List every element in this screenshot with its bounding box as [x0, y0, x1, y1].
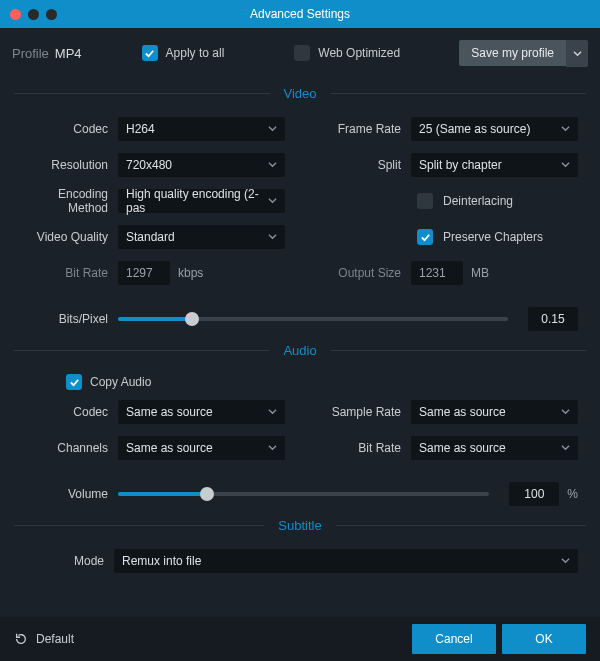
- slider-fill: [118, 492, 207, 496]
- chevron-down-icon: [561, 443, 570, 452]
- chevron-down-icon: [268, 443, 277, 452]
- audio-grid: Codec Same as source Channels Same as so…: [0, 400, 600, 472]
- web-optimized-label: Web Optimized: [318, 46, 400, 60]
- video-quality-select[interactable]: Standard: [118, 225, 285, 249]
- checkbox-unchecked-icon: [417, 193, 433, 209]
- volume-value[interactable]: 100: [509, 482, 559, 506]
- chevron-down-icon: [268, 407, 277, 416]
- slider-fill: [118, 317, 192, 321]
- checkbox-checked-icon: [417, 229, 433, 245]
- chevron-down-icon: [573, 49, 582, 58]
- channels-label: Channels: [22, 441, 118, 455]
- deinterlacing-label: Deinterlacing: [443, 194, 513, 208]
- framerate-label: Frame Rate: [315, 122, 411, 136]
- ok-button[interactable]: OK: [502, 624, 586, 654]
- bitrate-unit: kbps: [178, 266, 203, 280]
- titlebar: Advanced Settings: [0, 0, 600, 28]
- volume-slider[interactable]: [118, 484, 489, 504]
- video-section-title: Video: [270, 86, 331, 101]
- footer: Default Cancel OK: [0, 617, 600, 661]
- resolution-select[interactable]: 720x480: [118, 153, 285, 177]
- window-controls: [10, 9, 57, 20]
- slider-thumb[interactable]: [200, 487, 214, 501]
- volume-row: Volume 100 %: [0, 472, 600, 510]
- bits-pixel-row: Bits/Pixel 0.15: [0, 297, 600, 335]
- default-label: Default: [36, 632, 74, 646]
- bitrate-label: Bit Rate: [22, 266, 118, 280]
- audio-section-title: Audio: [269, 343, 330, 358]
- audio-codec-select[interactable]: Same as source: [118, 400, 285, 424]
- save-profile-dropdown[interactable]: [566, 40, 588, 67]
- apply-to-all-checkbox[interactable]: Apply to all: [142, 45, 225, 61]
- reset-icon: [14, 632, 28, 646]
- bits-pixel-slider[interactable]: [118, 309, 508, 329]
- encoding-method-select[interactable]: High quality encoding (2-pas: [118, 189, 285, 213]
- profile-value: MP4: [55, 46, 82, 61]
- checkbox-unchecked-icon: [294, 45, 310, 61]
- checkbox-checked-icon: [142, 45, 158, 61]
- audio-section-header: Audio: [0, 343, 600, 358]
- output-size-label: Output Size: [315, 266, 411, 280]
- volume-unit: %: [567, 487, 578, 501]
- chevron-down-icon: [561, 556, 570, 565]
- encoding-method-label: Encoding Method: [22, 187, 118, 215]
- bits-pixel-value[interactable]: 0.15: [528, 307, 578, 331]
- audio-bitrate-select[interactable]: Same as source: [411, 436, 578, 460]
- audio-codec-label: Codec: [22, 405, 118, 419]
- copy-audio-label: Copy Audio: [90, 375, 151, 389]
- save-profile-button[interactable]: Save my profile: [459, 40, 566, 66]
- default-button[interactable]: Default: [14, 632, 74, 646]
- video-section-header: Video: [0, 86, 600, 101]
- output-size-unit: MB: [471, 266, 489, 280]
- split-label: Split: [315, 158, 411, 172]
- window-title: Advanced Settings: [0, 7, 600, 21]
- framerate-select[interactable]: 25 (Same as source): [411, 117, 578, 141]
- chevron-down-icon: [561, 124, 570, 133]
- output-size-input[interactable]: 1231: [411, 261, 463, 285]
- sample-rate-select[interactable]: Same as source: [411, 400, 578, 424]
- subtitle-section-header: Subtitle: [0, 518, 600, 533]
- subtitle-mode-label: Mode: [22, 554, 114, 568]
- resolution-label: Resolution: [22, 158, 118, 172]
- sample-rate-label: Sample Rate: [315, 405, 411, 419]
- checkbox-checked-icon: [66, 374, 82, 390]
- subtitle-section-title: Subtitle: [264, 518, 335, 533]
- video-quality-label: Video Quality: [22, 230, 118, 244]
- audio-bitrate-label: Bit Rate: [315, 441, 411, 455]
- slider-thumb[interactable]: [185, 312, 199, 326]
- web-optimized-checkbox[interactable]: Web Optimized: [294, 45, 400, 61]
- chevron-down-icon: [268, 160, 277, 169]
- video-grid: Codec H264 Resolution 720x480 Encoding M…: [0, 117, 600, 297]
- save-profile-split-button: Save my profile: [459, 40, 588, 67]
- chevron-down-icon: [268, 124, 277, 133]
- minimize-window-button[interactable]: [28, 9, 39, 20]
- chevron-down-icon: [268, 232, 277, 241]
- deinterlacing-checkbox[interactable]: Deinterlacing: [417, 193, 513, 209]
- channels-select[interactable]: Same as source: [118, 436, 285, 460]
- codec-select[interactable]: H264: [118, 117, 285, 141]
- preserve-chapters-checkbox[interactable]: Preserve Chapters: [417, 229, 543, 245]
- volume-label: Volume: [22, 487, 118, 501]
- split-select[interactable]: Split by chapter: [411, 153, 578, 177]
- maximize-window-button[interactable]: [46, 9, 57, 20]
- chevron-down-icon: [561, 160, 570, 169]
- preserve-chapters-label: Preserve Chapters: [443, 230, 543, 244]
- subtitle-mode-select[interactable]: Remux into file: [114, 549, 578, 573]
- apply-to-all-label: Apply to all: [166, 46, 225, 60]
- bits-pixel-label: Bits/Pixel: [22, 312, 118, 326]
- bitrate-input[interactable]: 1297: [118, 261, 170, 285]
- profile-label: Profile: [12, 46, 49, 61]
- chevron-down-icon: [561, 407, 570, 416]
- copy-audio-checkbox[interactable]: Copy Audio: [66, 374, 578, 390]
- close-window-button[interactable]: [10, 9, 21, 20]
- cancel-button[interactable]: Cancel: [412, 624, 496, 654]
- codec-label: Codec: [22, 122, 118, 136]
- chevron-down-icon: [268, 196, 277, 205]
- top-options-row: Profile MP4 Apply to all Web Optimized S…: [0, 28, 600, 78]
